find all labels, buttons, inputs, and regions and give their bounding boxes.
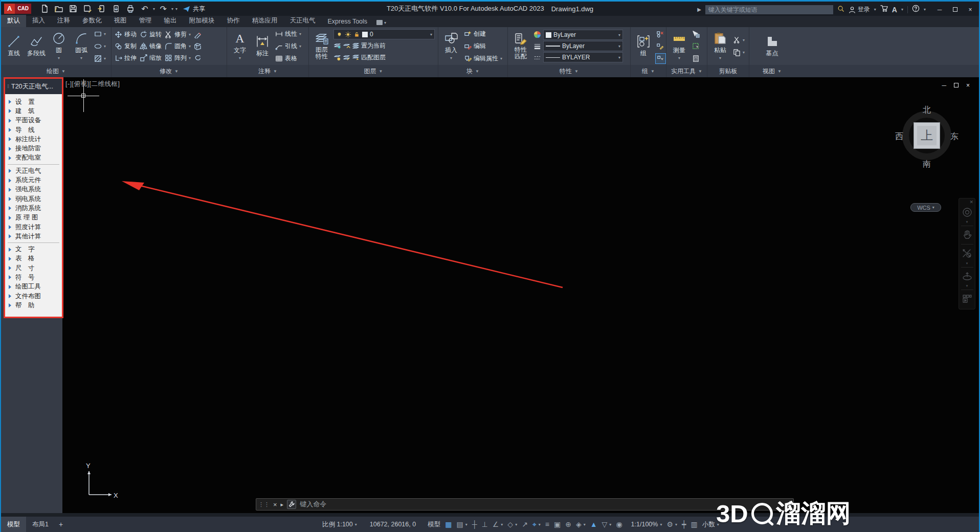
lineweight-icon[interactable] <box>532 41 542 52</box>
copy-button[interactable]: 复制 <box>114 41 138 52</box>
steering-wheel-icon[interactable] <box>962 205 973 220</box>
tab-collaborate[interactable]: 协作 <box>221 15 246 27</box>
palette-item-building[interactable]: 建 筑 <box>5 106 62 116</box>
palette-item-schematic[interactable]: 原 理 图 <box>5 213 62 223</box>
qat-customize-dropdown[interactable]: ▾ <box>175 7 177 11</box>
viewcube-east[interactable]: 东 <box>950 131 959 142</box>
showmotion-icon[interactable] <box>962 292 973 307</box>
linear-dropdown[interactable]: ▾ <box>299 32 301 36</box>
undo-dropdown[interactable]: ▾ <box>153 7 155 11</box>
palette-title-bar[interactable]: ⁞⁞ T20天正电气... <box>5 79 62 94</box>
hatch-button[interactable]: ▾ <box>93 53 107 64</box>
autocad-logo[interactable]: A CAD <box>4 4 31 14</box>
viewcube-west[interactable]: 西 <box>895 131 903 142</box>
copy-clip-button[interactable]: ▾ <box>732 47 746 58</box>
palette-item-plan-equipment[interactable]: 平面设备 <box>5 116 62 125</box>
palette-item-substation[interactable]: 变配电室 <box>5 153 62 163</box>
quick-properties-icon[interactable]: ▥ <box>691 520 697 528</box>
polyline-button[interactable]: 多段线 <box>26 28 47 64</box>
viewport-controls[interactable]: [-][俯视][二维线框] <box>65 80 120 88</box>
quick-select-button[interactable] <box>691 29 701 39</box>
palette-item-draw-tools[interactable]: 绘图工具 <box>5 282 62 292</box>
workspace-switching-control[interactable]: ⚙▾ <box>666 520 677 528</box>
measure-button[interactable]: 测量 ▾ <box>669 28 690 64</box>
tab-featured-apps[interactable]: 精选应用 <box>246 15 284 27</box>
tab-tianzheng-electric[interactable]: 天正电气 <box>284 15 322 27</box>
match-properties-button[interactable]: 特性 匹配 <box>510 28 531 64</box>
paste-button[interactable]: 粘贴 ▾ <box>709 28 731 64</box>
ungroup-button[interactable] <box>655 29 666 39</box>
palette-item-wire[interactable]: 导 线 <box>5 125 62 135</box>
object-snap-control[interactable]: ⌖▾ <box>532 520 541 529</box>
save-to-web-button[interactable] <box>110 3 122 14</box>
group-edit-button[interactable] <box>655 41 666 52</box>
leader-button[interactable]: 引线▾ <box>274 41 302 52</box>
palette-item-help[interactable]: 帮 助 <box>5 301 62 310</box>
paste-dropdown[interactable]: ▾ <box>719 56 721 60</box>
panel-label-group[interactable]: 组▼ <box>631 65 666 77</box>
trim-dropdown[interactable]: ▾ <box>189 32 191 37</box>
edit-block-button[interactable]: 编辑 <box>463 41 503 52</box>
sign-in-button[interactable]: 登录 <box>849 5 870 14</box>
command-close-icon[interactable]: × <box>273 501 277 508</box>
new-file-button[interactable] <box>38 3 51 14</box>
ucs-icon[interactable]: Y X <box>82 460 128 506</box>
palette-item-settings[interactable]: 设 置 <box>5 97 62 106</box>
selection-cycling-icon[interactable]: ⊕ <box>565 520 571 528</box>
help-dropdown[interactable]: ▾ <box>924 7 926 12</box>
arc-button[interactable]: 圆弧 ▾ <box>71 28 92 64</box>
cut-button[interactable]: ▾ <box>732 35 746 46</box>
lineweight-dropdown[interactable]: ByLayer ▾ <box>543 41 623 51</box>
layer-dropdown[interactable]: 0 ▾ <box>333 29 435 39</box>
app-dropdown[interactable]: ▾ <box>901 7 903 12</box>
autodesk-app-icon[interactable]: A <box>892 6 897 14</box>
command-customize-icon[interactable] <box>287 500 296 509</box>
tab-default[interactable]: 默认 <box>1 15 26 27</box>
search-input[interactable] <box>708 6 830 13</box>
palette-item-file-layout[interactable]: 文件布图 <box>5 292 62 301</box>
new-layout-button[interactable]: + <box>55 520 67 528</box>
dynamic-ucs-icon[interactable]: ▲ <box>590 520 597 528</box>
edit-attributes-dropdown[interactable]: ▾ <box>500 56 502 61</box>
match-layer-button[interactable]: 匹配图层 <box>333 52 435 63</box>
palette-item-symbol[interactable]: 符 号 <box>5 273 62 282</box>
palette-item-other-calc[interactable]: 其他计算 <box>5 232 62 241</box>
fillet-dropdown[interactable]: ▾ <box>189 44 191 49</box>
color-dropdown[interactable]: ByLayer ▾ <box>543 30 623 40</box>
share-button[interactable]: 共享 <box>183 5 205 13</box>
layout-tab-layout1[interactable]: 布局1 <box>26 517 55 532</box>
leader-dropdown[interactable]: ▾ <box>299 44 301 49</box>
array-dropdown[interactable]: ▾ <box>189 56 191 60</box>
viewcube-top-face[interactable]: 上 <box>914 122 940 149</box>
zoom-icon[interactable] <box>962 246 973 261</box>
command-recent-icon[interactable]: ▸ <box>281 501 284 508</box>
edit-attributes-button[interactable]: 编辑属性▾ <box>463 53 503 64</box>
mirror-button[interactable]: 镜像 <box>139 41 163 52</box>
search-icon[interactable] <box>837 5 844 14</box>
linetype-dropdown[interactable]: BYLAYER ▾ <box>543 52 623 62</box>
drawing-close-button[interactable]: × <box>966 82 970 89</box>
viewcube[interactable]: 北 南 西 东 上 WCS▾ <box>901 108 952 190</box>
redo-dropdown[interactable]: ▾ <box>171 7 173 11</box>
viewcube-north[interactable]: 北 <box>923 105 931 116</box>
navigation-bar[interactable]: ✕ ▾ ▾ ▾ <box>959 198 975 309</box>
scale-button[interactable]: 缩放 <box>139 53 163 63</box>
palette-item-weak-current[interactable]: 弱电系统 <box>5 194 62 204</box>
drawing-restore-button[interactable] <box>954 82 959 89</box>
insert-dropdown[interactable]: ▾ <box>450 56 452 60</box>
palette-item-dim-statistics[interactable]: 标注统计 <box>5 135 62 144</box>
panel-label-clipboard[interactable]: 剪贴板 <box>707 65 749 77</box>
base-point-button[interactable]: 基点 <box>762 28 783 64</box>
search-flyout-arrow[interactable]: ▶ <box>697 7 701 12</box>
panel-label-view[interactable]: 视图▼ <box>749 65 795 77</box>
measure-dropdown[interactable]: ▾ <box>678 56 680 60</box>
palette-item-text[interactable]: 文 字 <box>5 245 62 254</box>
stretch-button[interactable]: 拉伸 <box>114 53 138 63</box>
tab-output[interactable]: 输出 <box>158 15 183 27</box>
annotation-visibility-icon[interactable]: ◉ <box>616 520 622 528</box>
lineweight-display-icon[interactable]: ≡ <box>545 520 549 528</box>
help-icon[interactable] <box>912 5 920 14</box>
ortho-mode-icon[interactable]: ⊥ <box>482 520 488 528</box>
close-button[interactable]: × <box>964 4 977 15</box>
palette-item-strong-current[interactable]: 强电系统 <box>5 185 62 194</box>
